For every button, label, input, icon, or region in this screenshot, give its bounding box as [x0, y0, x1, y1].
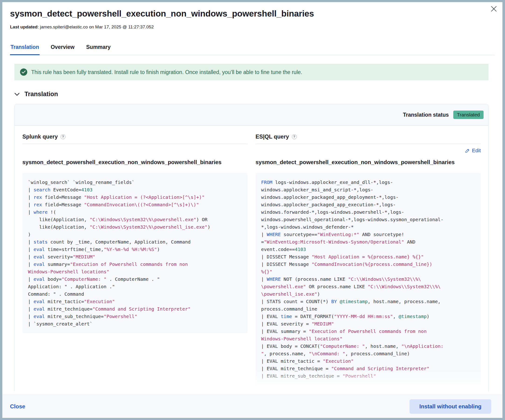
page-title: sysmon_detect_powershell_execution_non_w…	[10, 2, 495, 19]
edit-query-button[interactable]: Edit	[465, 148, 481, 154]
callout-message: This rule has been fully translated. Ins…	[31, 69, 302, 76]
edit-label: Edit	[472, 148, 481, 154]
chevron-down-icon	[14, 93, 19, 96]
query-columns: Splunk query ? sysmon_detect_powershell_…	[15, 125, 488, 385]
esql-code-block: FROM logs-windows.applocker_exe_and_dll-…	[256, 173, 481, 385]
translation-accordion-toggle[interactable]: Translation	[14, 91, 488, 98]
splunk-query-name: sysmon_detect_powershell_execution_non_w…	[22, 158, 248, 167]
close-button[interactable]: Close	[10, 403, 25, 410]
translation-panel-header: Translation status Translated	[15, 104, 488, 125]
translation-panel: Translation status Translated Splunk que…	[14, 104, 488, 391]
esql-query-column: ES|QL query ? Edit sysmon_detect_powersh…	[256, 133, 481, 385]
check-circle-icon	[20, 69, 27, 76]
splunk-query-column: Splunk query ? sysmon_detect_powershell_…	[22, 133, 248, 385]
last-updated-value: : james.spiteri@elastic.co on Mar 17, 20…	[38, 25, 154, 29]
tab-bar: Translation Overview Summary	[10, 42, 495, 55]
last-updated-label: Last updated	[10, 25, 38, 29]
flyout-footer: Close Install without enabling	[2, 395, 502, 418]
tab-summary[interactable]: Summary	[86, 42, 111, 55]
splunk-edit-row-spacer	[22, 144, 248, 157]
last-updated: Last updated: james.spiteri@elastic.co o…	[10, 25, 495, 30]
help-icon[interactable]: ?	[61, 134, 65, 139]
section-title: Translation	[25, 91, 58, 98]
tab-translation[interactable]: Translation	[10, 42, 40, 55]
splunk-query-heading: Splunk query	[22, 133, 58, 140]
pencil-icon	[465, 149, 470, 153]
splunk-code-block: `winlog_search` `winlog_rename_fields`| …	[22, 173, 248, 333]
help-icon[interactable]: ?	[292, 134, 297, 139]
tab-overview[interactable]: Overview	[50, 42, 75, 55]
status-badge: Translated	[453, 111, 484, 119]
install-without-enabling-button[interactable]: Install without enabling	[410, 399, 491, 414]
rule-migration-flyout: sysmon_detect_powershell_execution_non_w…	[2, 2, 502, 418]
success-callout: This rule has been fully translated. Ins…	[14, 64, 488, 80]
translation-status-label: Translation status	[403, 112, 449, 118]
esql-query-heading: ES|QL query	[256, 133, 289, 140]
esql-query-name: sysmon_detect_powershell_execution_non_w…	[256, 158, 481, 167]
